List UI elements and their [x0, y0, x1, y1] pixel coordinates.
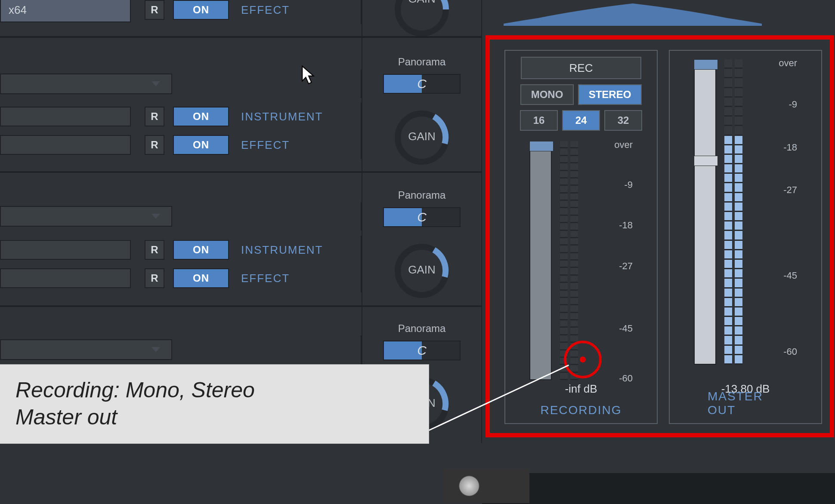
recording-scale: over -9 -18 -27 -45 -60 [602, 141, 633, 380]
master-out-panel: over -9 -18 -27 -45 -60 -13.80 dB MASTER… [669, 50, 822, 424]
reload-button-0[interactable]: R [145, 0, 164, 20]
m-scale-m45: -45 [766, 270, 797, 281]
track-input-1b[interactable] [0, 135, 131, 155]
stereo-button-label: STEREO [589, 89, 631, 101]
panorama-label-2: Panorama [398, 189, 446, 201]
mono-button[interactable]: MONO [520, 84, 574, 105]
reload-button-2b-label: R [151, 272, 158, 284]
m-scale-m60: -60 [766, 346, 797, 357]
annotation-callout-line2: Master out [15, 404, 410, 431]
on-toggle-0[interactable]: ON [173, 0, 229, 20]
m-scale-over: over [766, 58, 797, 69]
scale-m27: -27 [602, 261, 633, 272]
reload-button-2b[interactable]: R [145, 268, 164, 288]
rec-button[interactable]: REC [521, 57, 641, 79]
scale-over: over [602, 139, 633, 151]
gain-label-2: GAIN [408, 263, 436, 277]
panorama-value-3[interactable]: C [383, 341, 461, 360]
row-label-effect-0: EFFECT [241, 3, 290, 17]
plugin-dropdown-2[interactable] [0, 202, 362, 230]
track-row-1b: R ON EFFECT [0, 131, 362, 159]
master-scale: over -9 -18 -27 -45 -60 [766, 59, 797, 365]
track-input-1a[interactable] [0, 107, 131, 126]
recording-fader-track[interactable] [529, 141, 552, 380]
plugin-dropdown-3[interactable] [0, 335, 362, 364]
on-toggle-2b[interactable]: ON [173, 268, 229, 288]
reload-button-2a[interactable]: R [145, 240, 164, 260]
bit-16-button[interactable]: 16 [520, 110, 558, 131]
row-label-effect-2: EFFECT [241, 272, 290, 285]
master-title: MASTER OUT [708, 390, 783, 417]
spectrum-waveform [504, 0, 762, 26]
recording-title: RECORDING [540, 403, 622, 417]
annotation-red-circle [564, 341, 602, 378]
panorama-value-1[interactable]: C [383, 74, 461, 94]
panorama-value-2[interactable]: C [383, 207, 461, 227]
recording-peak-meter-l [560, 141, 568, 380]
reload-button-1b[interactable]: R [145, 135, 164, 155]
bit-24-button[interactable]: 24 [562, 110, 600, 131]
mono-button-label: MONO [531, 89, 563, 101]
svg-point-0 [398, 0, 446, 34]
reload-button-1b-label: R [151, 139, 158, 151]
panorama-label-1: Panorama [398, 56, 446, 68]
annotation-red-dot [580, 356, 586, 363]
on-toggle-2a[interactable]: ON [173, 240, 229, 260]
panorama-value-1-text: C [417, 77, 427, 91]
on-toggle-1b[interactable]: ON [173, 135, 229, 155]
track-input-0-value: x64 [9, 3, 27, 17]
track-row-1a: R ON INSTRUMENT [0, 102, 362, 131]
master-fader-track[interactable] [694, 59, 716, 365]
hardware-knob-icon [443, 469, 529, 503]
on-toggle-1b-label: ON [193, 139, 209, 151]
scale-m9: -9 [602, 179, 633, 191]
track-input-2a[interactable] [0, 240, 131, 260]
scale-m18: -18 [602, 220, 633, 231]
master-fader-cap[interactable] [694, 156, 718, 166]
track-row-0: x64 R ON EFFECT [0, 0, 362, 24]
bit-32-label: 32 [618, 114, 629, 126]
panorama-value-3-text: C [417, 343, 427, 358]
row-label-instrument-2: INSTRUMENT [241, 243, 323, 257]
track-input-2b[interactable] [0, 268, 131, 288]
gain-knob-0[interactable] [392, 0, 452, 40]
m-scale-m18: -18 [766, 142, 797, 153]
gain-label-1: GAIN [408, 130, 436, 143]
bit-32-button[interactable]: 32 [604, 110, 642, 131]
scale-m45: -45 [602, 323, 633, 334]
m-scale-m27: -27 [766, 184, 797, 196]
on-toggle-1a-label: ON [193, 111, 209, 123]
panorama-value-2-text: C [417, 210, 427, 224]
annotation-highlight-box: REC MONO STEREO 16 24 32 over -9 -18 [486, 35, 834, 437]
annotation-callout: Recording: Mono, Stereo Master out [0, 365, 429, 443]
m-scale-m9: -9 [766, 99, 797, 110]
master-peak-meter-l [724, 59, 733, 365]
row-label-instrument-1: INSTRUMENT [241, 110, 323, 123]
recording-fader-cap[interactable] [529, 141, 554, 151]
stereo-button[interactable]: STEREO [578, 84, 642, 105]
on-toggle-1a[interactable]: ON [173, 107, 229, 126]
mouse-cursor-icon [301, 65, 316, 85]
reload-button-0-label: R [151, 4, 158, 16]
row-label-effect-1: EFFECT [241, 138, 290, 152]
master-peak-meter-r [734, 59, 743, 365]
bit-24-label: 24 [575, 114, 587, 126]
on-toggle-0-label: ON [193, 4, 209, 16]
gain-panel-1: Panorama C GAIN [362, 43, 482, 176]
track-row-2a: R ON INSTRUMENT [0, 236, 362, 264]
reload-button-1a[interactable]: R [145, 107, 164, 126]
reload-button-2a-label: R [151, 244, 158, 256]
annotation-callout-line1: Recording: Mono, Stereo [15, 377, 410, 404]
master-fader-cap-top[interactable] [694, 59, 718, 70]
recording-db-readout: -inf dB [565, 382, 597, 396]
panorama-label-3: Panorama [398, 323, 446, 335]
on-toggle-2b-label: ON [193, 272, 209, 284]
gain-panel-2: Panorama C GAIN [362, 176, 482, 310]
scale-m60: -60 [602, 373, 633, 384]
rec-button-label: REC [569, 61, 593, 75]
track-input-0[interactable]: x64 [0, 0, 131, 22]
master-meter: over -9 -18 -27 -45 -60 [694, 59, 797, 365]
on-toggle-2a-label: ON [193, 244, 209, 256]
reload-button-1a-label: R [151, 111, 158, 123]
track-row-2b: R ON EFFECT [0, 264, 362, 292]
